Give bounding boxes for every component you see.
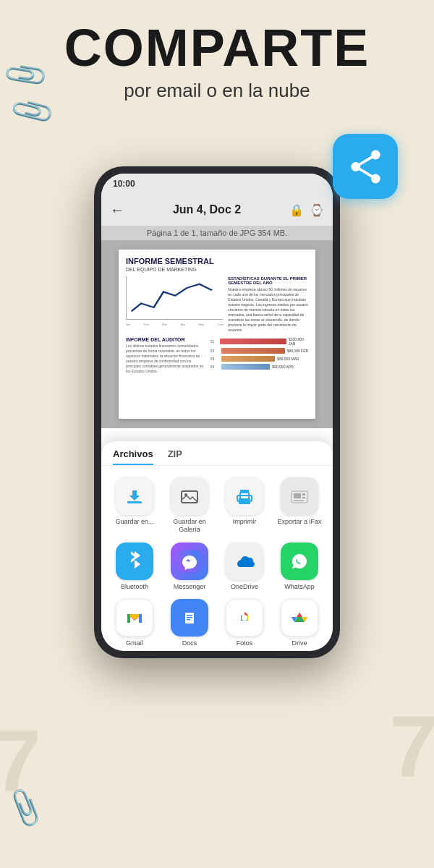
svg-rect-24 bbox=[187, 615, 192, 616]
print-label: Imprimir bbox=[233, 518, 257, 526]
svg-line-4 bbox=[355, 166, 375, 179]
app-item-onedrive[interactable]: OneDrive bbox=[217, 538, 272, 595]
phone-screen: 10:00 ← Jun 4, Doc 2 🔒 ⌚ Página 1 de 1, … bbox=[101, 174, 333, 651]
svg-rect-26 bbox=[187, 619, 190, 621]
share-icon bbox=[346, 147, 386, 187]
header-section: COMPARTE por email o en la nube bbox=[0, 22, 434, 102]
decorative-number-right: 7 bbox=[389, 696, 434, 796]
svg-rect-20 bbox=[127, 614, 130, 623]
doc-bottom: INFORME DEL AUDITOR Los últimos estados … bbox=[126, 337, 308, 374]
app-item-print[interactable]: Imprimir bbox=[217, 473, 272, 538]
bottom-sheet: Archivos ZIP Guardar en... bbox=[101, 441, 333, 651]
decorative-number-left: 7 bbox=[0, 710, 41, 810]
svg-rect-16 bbox=[294, 500, 304, 501]
gallery-icon bbox=[171, 477, 208, 515]
svg-rect-15 bbox=[302, 497, 305, 498]
app-header: ← Jun 4, Doc 2 🔒 ⌚ bbox=[101, 194, 333, 226]
bar-chart: 01 $100,000 JAN 02 $90,000 FEB 03 bbox=[210, 337, 308, 374]
document-inner: INFORME SEMESTRAL DEL EQUIPO DE MARKETIN… bbox=[119, 250, 315, 419]
back-button[interactable]: ← bbox=[110, 202, 124, 218]
sub-title: por email o en la nube bbox=[0, 80, 434, 102]
svg-rect-5 bbox=[127, 501, 142, 503]
app-item-photos[interactable]: Fotos bbox=[217, 595, 272, 651]
bluetooth-label: Bluetooth bbox=[121, 583, 148, 591]
messenger-label: Messenger bbox=[174, 583, 206, 591]
app-item-save[interactable]: Guardar en... bbox=[107, 473, 162, 538]
doc-subheading: DEL EQUIPO DE MARKETING bbox=[126, 267, 308, 272]
doc-columns: JanFebMarAprMayJune ESTADÍSTICAS DURANTE… bbox=[126, 276, 308, 333]
gmail-icon bbox=[116, 599, 153, 637]
tab-zip[interactable]: ZIP bbox=[168, 448, 182, 465]
app-item-ifax[interactable]: Exportar a iFax bbox=[272, 473, 327, 538]
save-label: Guardar en... bbox=[115, 518, 153, 526]
doc-left-column: JanFebMarAprMayJune bbox=[126, 276, 224, 333]
app-item-gallery[interactable]: Guardar en Galería bbox=[162, 473, 217, 538]
app-item-docs[interactable]: Docs bbox=[162, 595, 217, 651]
app-item-whatsapp[interactable]: WhatsApp bbox=[272, 538, 327, 595]
line-chart bbox=[126, 276, 224, 320]
svg-rect-6 bbox=[182, 491, 197, 503]
onedrive-icon bbox=[226, 542, 263, 580]
svg-rect-13 bbox=[294, 493, 301, 498]
document-preview: INFORME SEMESTRAL DEL EQUIPO DE MARKETIN… bbox=[101, 240, 333, 428]
drive-label: Drive bbox=[292, 639, 307, 647]
watch-icon[interactable]: ⌚ bbox=[310, 203, 324, 217]
messenger-icon bbox=[171, 542, 208, 580]
phone-frame: 10:00 ← Jun 4, Doc 2 🔒 ⌚ Página 1 de 1, … bbox=[94, 166, 340, 658]
tab-archivos[interactable]: Archivos bbox=[113, 448, 153, 465]
docs-label: Docs bbox=[182, 639, 197, 647]
app-item-messenger[interactable]: Messenger bbox=[162, 538, 217, 595]
document-title: Jun 4, Doc 2 bbox=[133, 203, 281, 216]
app-item-bluetooth[interactable]: Bluetooth bbox=[107, 538, 162, 595]
whatsapp-label: WhatsApp bbox=[284, 583, 315, 591]
phone-mockup: 10:00 ← Jun 4, Doc 2 🔒 ⌚ Página 1 de 1, … bbox=[94, 166, 340, 658]
svg-rect-10 bbox=[240, 490, 249, 493]
svg-rect-25 bbox=[187, 617, 192, 618]
svg-line-3 bbox=[355, 155, 375, 167]
photos-label: Fotos bbox=[237, 639, 253, 647]
header-icons: 🔒 ⌚ bbox=[289, 203, 324, 217]
app-item-gmail[interactable]: Gmail bbox=[107, 595, 162, 651]
doc-right-column: ESTADÍSTICAS DURANTE EL PRIMER SEMESTRE … bbox=[228, 276, 308, 333]
whatsapp-icon bbox=[281, 542, 318, 580]
docs-icon bbox=[171, 599, 208, 637]
main-title: COMPARTE bbox=[0, 22, 434, 74]
app-grid: Guardar en... Guardar en Galería bbox=[101, 466, 333, 651]
svg-rect-21 bbox=[139, 614, 142, 623]
share-icon-container[interactable] bbox=[333, 134, 398, 199]
status-bar: 10:00 bbox=[101, 174, 333, 194]
svg-point-7 bbox=[184, 493, 187, 496]
gallery-label: Guardar en Galería bbox=[165, 518, 214, 534]
gmail-label: Gmail bbox=[126, 639, 143, 647]
bar-row-3: 03 $80,000 MAR bbox=[210, 356, 308, 362]
ifax-label: Exportar a iFax bbox=[277, 518, 321, 526]
onedrive-label: OneDrive bbox=[231, 583, 258, 591]
auditor-section: INFORME DEL AUDITOR Los últimos estados … bbox=[126, 337, 206, 374]
bluetooth-icon bbox=[116, 542, 153, 580]
bar-row-4: 04 $90,000 APR bbox=[210, 364, 308, 370]
ifax-icon bbox=[281, 477, 318, 515]
svg-point-28 bbox=[242, 615, 247, 621]
lock-icon[interactable]: 🔒 bbox=[289, 203, 304, 217]
tabs-row: Archivos ZIP bbox=[101, 441, 333, 466]
app-item-drive[interactable]: Drive bbox=[272, 595, 327, 651]
bar-row-2: 02 $90,000 FEB bbox=[210, 348, 308, 354]
save-icon bbox=[116, 477, 153, 515]
bar-row-1: 01 $100,000 JAN bbox=[210, 337, 308, 346]
doc-heading: INFORME SEMESTRAL bbox=[126, 257, 308, 265]
print-icon bbox=[226, 477, 263, 515]
photos-icon bbox=[226, 599, 263, 637]
svg-rect-14 bbox=[302, 493, 305, 495]
drive-icon bbox=[281, 599, 318, 637]
page-info: Página 1 de 1, tamaño de JPG 354 MB. bbox=[101, 226, 333, 240]
time-display: 10:00 bbox=[113, 179, 135, 189]
